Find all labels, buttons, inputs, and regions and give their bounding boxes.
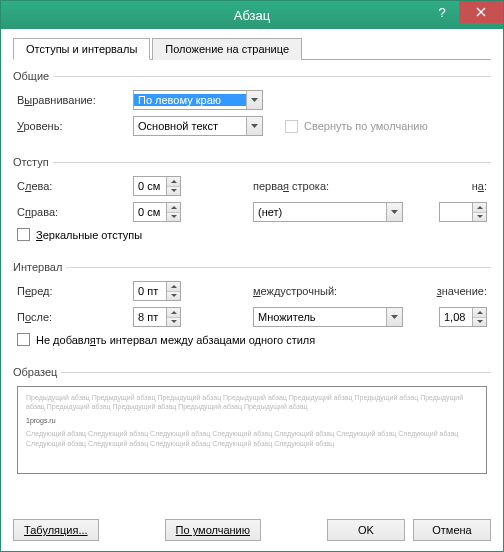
group-general-legend: Общие [13, 70, 53, 82]
line-spacing-select[interactable]: Множитель [253, 307, 403, 327]
level-label: Уровень: [17, 120, 127, 132]
dialog-footer: Табуляция... По умолчанию OK Отмена [13, 513, 491, 541]
paragraph-dialog: Абзац ? Отступы и интервалы Положение на… [0, 0, 504, 552]
indent-right-label: Справа: [17, 206, 127, 218]
group-general: Общие Выравнивание: По левому краю Урове… [13, 70, 491, 142]
preview-next-paragraphs: Следующий абзац Следующий абзац Следующи… [26, 429, 478, 448]
alignment-select[interactable]: По левому краю [133, 90, 263, 110]
ok-button[interactable]: OK [327, 519, 405, 541]
spinner-up-icon [473, 203, 486, 213]
chevron-down-icon [386, 308, 402, 326]
group-spacing-legend: Интервал [13, 261, 66, 273]
close-icon [476, 7, 486, 17]
chevron-down-icon [386, 203, 402, 221]
first-line-by-label: на: [379, 180, 487, 192]
group-preview-legend: Образец [13, 366, 61, 378]
window-title: Абзац [234, 8, 270, 23]
checkbox-box [17, 228, 30, 241]
spacing-before-spinner[interactable]: 0 пт [133, 281, 181, 301]
indent-left-spinner[interactable]: 0 см [133, 176, 181, 196]
close-button[interactable] [459, 1, 503, 23]
spinner-up-icon [167, 177, 180, 187]
group-preview: Образец Предыдущий абзац Предыдущий абза… [13, 366, 491, 474]
preview-sample-text: 1progs.ru [26, 416, 478, 425]
collapse-by-default-checkbox: Свернуть по умолчанию [285, 120, 428, 133]
preview-box: Предыдущий абзац Предыдущий абзац Предыд… [17, 386, 487, 474]
tab-strip: Отступы и интервалы Положение на страниц… [13, 37, 491, 60]
chevron-down-icon [246, 117, 262, 135]
spacing-before-label: Перед: [17, 285, 127, 297]
spinner-up-icon [167, 203, 180, 213]
set-default-button[interactable]: По умолчанию [165, 519, 261, 541]
no-space-same-style-checkbox[interactable]: Не добавлять интервал между абзацами одн… [17, 333, 315, 346]
line-spacing-at-label: значение: [379, 285, 487, 297]
titlebar: Абзац ? [1, 1, 503, 29]
checkbox-box [17, 333, 30, 346]
spacing-after-spinner[interactable]: 8 пт [133, 307, 181, 327]
spinner-down-icon [473, 318, 486, 327]
group-spacing: Интервал Перед: 0 пт междустрочный: знач… [13, 261, 491, 352]
indent-right-spinner[interactable]: 0 см [133, 202, 181, 222]
spacing-after-label: После: [17, 311, 127, 323]
tabs-button[interactable]: Табуляция... [13, 519, 99, 541]
indent-left-label: Слева: [17, 180, 127, 192]
spinner-down-icon [167, 213, 180, 222]
chevron-down-icon [246, 91, 262, 109]
line-spacing-label: междустрочный: [253, 285, 373, 297]
first-line-label: первая строка: [253, 180, 373, 192]
spinner-down-icon [167, 318, 180, 327]
first-line-by-spinner[interactable] [439, 202, 487, 222]
mirror-indents-checkbox[interactable]: Зеркальные отступы [17, 228, 142, 241]
dialog-content: Отступы и интервалы Положение на страниц… [1, 29, 503, 551]
checkbox-box [285, 120, 298, 133]
group-indent: Отступ Слева: 0 см первая строка: на: Сп… [13, 156, 491, 247]
spinner-down-icon [167, 187, 180, 196]
tab-indents-spacing[interactable]: Отступы и интервалы [13, 38, 150, 60]
first-line-select[interactable]: (нет) [253, 202, 403, 222]
spinner-down-icon [167, 292, 180, 301]
help-icon: ? [438, 5, 445, 20]
preview-prev-paragraphs: Предыдущий абзац Предыдущий абзац Предыд… [26, 393, 478, 412]
spinner-down-icon [473, 213, 486, 222]
spinner-up-icon [473, 308, 486, 318]
group-indent-legend: Отступ [13, 156, 53, 168]
cancel-button[interactable]: Отмена [413, 519, 491, 541]
spinner-up-icon [167, 282, 180, 292]
tab-line-page-breaks[interactable]: Положение на странице [152, 38, 302, 60]
level-select[interactable]: Основной текст [133, 116, 263, 136]
spinner-up-icon [167, 308, 180, 318]
help-button[interactable]: ? [425, 1, 459, 23]
line-spacing-at-spinner[interactable]: 1,08 [439, 307, 487, 327]
alignment-label: Выравнивание: [17, 94, 127, 106]
